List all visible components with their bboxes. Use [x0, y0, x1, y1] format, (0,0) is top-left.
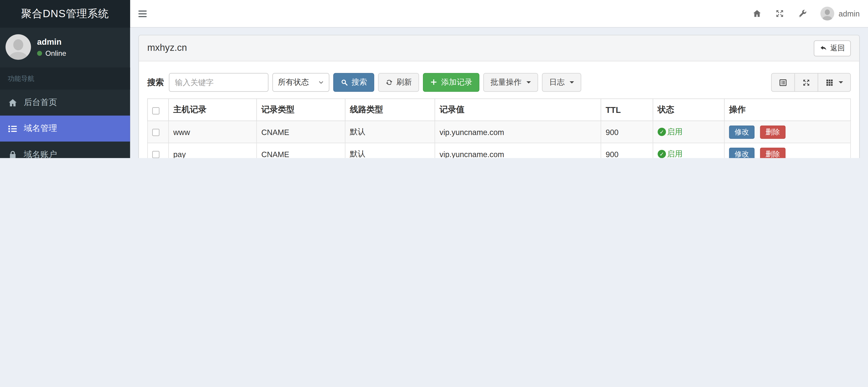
avatar: [820, 6, 834, 20]
delete-button[interactable]: 删除: [760, 125, 785, 139]
plus-icon: [430, 78, 438, 86]
back-button-label: 返回: [830, 43, 845, 53]
status-filter-value: 所有状态: [278, 77, 309, 87]
table-row: www CNAME 默认 vip.yuncname.com 900 ✓ 启用: [148, 121, 850, 143]
list-icon: [8, 124, 18, 134]
row-checkbox[interactable]: [152, 129, 159, 136]
cell-type: CNAME: [256, 143, 345, 158]
edit-button[interactable]: 修改: [729, 147, 754, 158]
online-dot-icon: [37, 50, 42, 56]
caret-down-icon: [526, 81, 531, 83]
navbar-username: admin: [839, 9, 860, 18]
online-status: Online: [37, 49, 66, 57]
grid-icon: [825, 78, 834, 87]
chevron-down-icon: [318, 80, 324, 85]
status-badge: ✓ 启用: [657, 127, 682, 137]
delete-button[interactable]: 删除: [760, 147, 785, 158]
table-toolbar: 搜索 所有状态 搜索: [147, 73, 851, 92]
sidebar-item-label: 域名账户: [24, 149, 57, 158]
home-icon: [8, 98, 18, 107]
refresh-button-label: 刷新: [396, 77, 412, 87]
column-header-host: 主机记录: [168, 99, 256, 121]
cell-value: vip.yuncname.com: [435, 143, 601, 158]
app-title: 聚合DNS管理系统: [0, 0, 130, 28]
toggle-view-button[interactable]: [771, 73, 795, 92]
table-view-tools: [771, 73, 851, 92]
arrows-expand-icon: [802, 78, 811, 87]
sidebar-item-dashboard[interactable]: 后台首页: [0, 90, 130, 116]
search-label: 搜索: [147, 77, 164, 88]
navbar-user-menu[interactable]: admin: [820, 6, 860, 20]
edit-button[interactable]: 修改: [729, 125, 754, 139]
column-header-status: 状态: [653, 99, 724, 121]
sidebar-item-domain-account[interactable]: 域名账户: [0, 142, 130, 158]
sidebar: 聚合DNS管理系统 admin Online 功能导航 后台首页 域名管理: [0, 0, 130, 158]
lock-icon: [8, 149, 18, 158]
status-filter-select[interactable]: 所有状态: [272, 73, 329, 92]
fullscreen-table-button[interactable]: [794, 73, 818, 92]
batch-actions-button[interactable]: 批量操作: [483, 73, 538, 92]
panel-header: mxhyz.cn 返回: [139, 35, 859, 61]
column-header-ttl: TTL: [601, 99, 653, 121]
online-status-label: Online: [45, 49, 66, 57]
select-all-checkbox[interactable]: [152, 107, 159, 114]
cell-host: www: [168, 121, 256, 143]
status-label: 启用: [667, 149, 683, 158]
panel-body: 搜索 所有状态 搜索: [139, 61, 859, 158]
log-dropdown-button[interactable]: 日志: [542, 73, 581, 92]
home-icon[interactable]: [752, 9, 762, 18]
content-area: mxhyz.cn 返回 搜索 所有状态: [130, 28, 868, 158]
column-header-value: 记录值: [435, 99, 601, 121]
caret-down-icon: [569, 81, 574, 83]
app-root: 聚合DNS管理系统 admin Online 功能导航 后台首页 域名管理: [0, 0, 868, 158]
sidebar-user-panel: admin Online: [0, 28, 130, 67]
log-button-label: 日志: [549, 77, 565, 87]
back-button[interactable]: 返回: [814, 40, 851, 56]
cell-line: 默认: [345, 143, 435, 158]
cell-line: 默认: [345, 121, 435, 143]
column-header-line: 线路类型: [345, 99, 435, 121]
cell-type: CNAME: [256, 121, 345, 143]
sidebar-item-domain-manage[interactable]: 域名管理: [0, 116, 130, 142]
search-icon: [340, 78, 348, 86]
list-alt-icon: [779, 78, 787, 87]
page-title: mxhyz.cn: [147, 43, 187, 54]
status-label: 启用: [667, 127, 683, 137]
search-button-label: 搜索: [351, 77, 367, 87]
search-button[interactable]: 搜索: [333, 73, 374, 92]
cell-host: pay: [168, 143, 256, 158]
table-header-row: 主机记录 记录类型 线路类型 记录值 TTL 状态 操作: [148, 99, 850, 121]
refresh-button[interactable]: 刷新: [378, 73, 419, 92]
cell-ttl: 900: [601, 121, 653, 143]
column-header-actions: 操作: [724, 99, 850, 121]
cell-ttl: 900: [601, 143, 653, 158]
check-circle-icon: ✓: [657, 128, 666, 136]
column-header-type: 记录类型: [256, 99, 345, 121]
records-table: 主机记录 记录类型 线路类型 记录值 TTL 状态 操作: [147, 99, 851, 158]
keyword-input[interactable]: [169, 73, 269, 92]
table-row: pay CNAME 默认 vip.yuncname.com 900 ✓ 启用: [148, 143, 850, 158]
wrench-icon[interactable]: [798, 9, 807, 18]
avatar: [5, 34, 31, 60]
caret-down-icon: [839, 81, 843, 83]
cell-value: vip.yuncname.com: [435, 121, 601, 143]
top-navbar: admin: [130, 0, 868, 28]
main-area: admin mxhyz.cn 返回 搜索: [130, 0, 868, 158]
sidebar-item-label: 后台首页: [24, 97, 57, 108]
fullscreen-icon[interactable]: [775, 9, 784, 18]
sidebar-item-label: 域名管理: [24, 123, 57, 134]
row-checkbox[interactable]: [152, 151, 159, 158]
add-record-button[interactable]: 添加记录: [423, 73, 479, 92]
refresh-icon: [385, 78, 393, 86]
sidebar-nav-header: 功能导航: [0, 68, 130, 90]
status-badge: ✓ 启用: [657, 149, 682, 158]
columns-dropdown-button[interactable]: [817, 73, 851, 92]
reply-icon: [820, 44, 827, 52]
check-circle-icon: ✓: [657, 150, 666, 158]
sidebar-toggle-button[interactable]: [138, 10, 147, 17]
domain-panel: mxhyz.cn 返回 搜索 所有状态: [138, 35, 860, 158]
add-record-button-label: 添加记录: [441, 77, 472, 87]
batch-actions-label: 批量操作: [491, 77, 522, 87]
sidebar-username: admin: [37, 37, 66, 46]
